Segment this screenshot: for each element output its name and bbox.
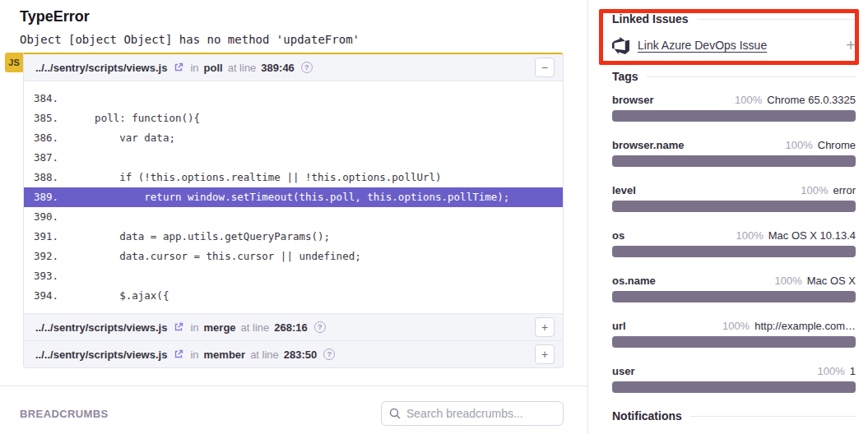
tag-key: level: [612, 184, 636, 196]
tags-title: Tags: [612, 70, 638, 83]
stack-frame-header-member[interactable]: ../../sentry/scripts/views.js in member …: [24, 340, 563, 367]
tag-row-user: user 100%1: [612, 365, 856, 393]
help-icon[interactable]: ?: [314, 321, 326, 333]
code-line: 390.: [24, 207, 563, 227]
tag-distribution-bar[interactable]: [612, 110, 856, 122]
divider: [697, 19, 856, 20]
code-line: 391. data = app.utils.getQueryParams();: [24, 227, 563, 247]
stack-frame-header-poll[interactable]: ../../sentry/scripts/views.js in poll at…: [24, 54, 563, 81]
stack-frame-header-merge[interactable]: ../../sentry/scripts/views.js in merge a…: [24, 313, 563, 340]
tag-distribution-bar[interactable]: [612, 381, 856, 393]
tags-section: Tags: [612, 70, 856, 83]
external-link-icon[interactable]: [174, 349, 183, 359]
code-line: 388. if (!this.options.realtime || !this…: [24, 168, 563, 187]
tag-value: Chrome 65.0.3325: [767, 94, 856, 106]
tag-percent: 100%: [775, 275, 802, 287]
frame-at-label: at line: [250, 349, 279, 361]
code-line-highlighted: 389. return window.setTimeout(this.poll,…: [24, 187, 563, 207]
tag-distribution-bar[interactable]: [612, 246, 856, 257]
tag-key: os.name: [612, 275, 656, 287]
search-breadcrumbs-input[interactable]: [381, 401, 564, 426]
divider: [690, 416, 856, 417]
tag-value: Mac OS X 10.13.4: [768, 229, 856, 242]
external-link-icon[interactable]: [174, 322, 183, 332]
external-link-icon[interactable]: [174, 62, 183, 72]
tag-percent: 100%: [735, 94, 762, 106]
tag-distribution-bar[interactable]: [612, 336, 856, 348]
tag-value: Mac OS X: [807, 275, 856, 287]
code-line: 385. poll: function(){: [24, 108, 563, 128]
section-divider: [0, 386, 587, 386]
frame-function-name: poll: [204, 62, 223, 74]
frame-line-number: 389:46: [261, 62, 294, 74]
tag-row-os: os 100%Mac OS X 10.13.4: [612, 229, 856, 257]
tag-row-browser-name: browser.name 100%Chrome: [612, 139, 856, 167]
expand-frame-button[interactable]: +: [535, 317, 555, 337]
code-line: 393.: [24, 266, 563, 286]
tag-value: http://example.com…: [754, 320, 856, 332]
tag-row-level: level 100%error: [612, 184, 856, 212]
collapse-frame-button[interactable]: −: [535, 58, 555, 77]
code-line: 394. $.ajax({: [24, 286, 563, 306]
search-icon: [388, 407, 402, 423]
help-icon[interactable]: ?: [301, 62, 313, 73]
expand-frame-button[interactable]: +: [535, 344, 555, 364]
tag-key: user: [612, 365, 634, 377]
code-line: 384.: [24, 89, 563, 108]
tag-key: browser.name: [612, 139, 684, 151]
divider: [647, 76, 856, 77]
help-icon[interactable]: ?: [323, 349, 335, 360]
tag-key: browser: [612, 94, 654, 106]
platform-js-badge: JS: [5, 53, 23, 72]
frame-at-label: at line: [241, 321, 270, 334]
error-message: Object [object Object] has no method 'up…: [20, 33, 587, 46]
frame-file-path[interactable]: ../../sentry/scripts/views.js: [35, 62, 167, 74]
azure-devops-icon: [612, 37, 629, 54]
frame-function-name: merge: [204, 321, 236, 334]
notifications-section: Notifications: [612, 409, 856, 422]
link-azure-devops-issue-link[interactable]: Link Azure DevOps Issue: [638, 39, 767, 52]
tag-key: os: [612, 229, 624, 242]
stacktrace: JS ../../sentry/scripts/views.js in poll…: [23, 53, 564, 368]
breadcrumbs-section-header: BREADCRUMBS: [20, 401, 564, 426]
tag-row-url: url 100%http://example.com…: [612, 320, 856, 348]
tag-percent: 100%: [818, 365, 845, 377]
tag-row-os-name: os.name 100%Mac OS X: [612, 275, 856, 302]
main-column: TypeError Object [object Object] has no …: [0, 0, 587, 434]
breadcrumbs-title: BREADCRUMBS: [20, 408, 109, 420]
tag-distribution-bar[interactable]: [612, 201, 856, 212]
code-line: 386. var data;: [24, 128, 563, 148]
tag-row-browser: browser 100%Chrome 65.0.3325: [612, 94, 856, 122]
tag-value: Chrome: [818, 139, 856, 151]
frame-function-name: member: [204, 349, 246, 361]
frame-in-label: in: [190, 349, 198, 361]
tag-percent: 100%: [786, 139, 813, 151]
frame-in-label: in: [190, 62, 198, 74]
tag-percent: 100%: [736, 229, 764, 242]
frame-line-number: 283:50: [284, 349, 317, 361]
notifications-title: Notifications: [612, 409, 682, 422]
tag-percent: 100%: [722, 320, 750, 332]
frame-file-path[interactable]: ../../sentry/scripts/views.js: [35, 321, 167, 334]
code-line: 387.: [24, 148, 563, 168]
tag-distribution-bar[interactable]: [612, 155, 856, 167]
source-code-block: 384. 385. poll: function(){ 386. var dat…: [24, 81, 563, 313]
frame-file-path[interactable]: ../../sentry/scripts/views.js: [35, 349, 167, 361]
link-azure-devops-row: Link Azure DevOps Issue +: [612, 35, 856, 55]
tag-distribution-bar[interactable]: [612, 291, 856, 302]
add-linked-issue-button[interactable]: +: [846, 37, 856, 53]
code-line: 392. data.cursor = this.cursor || undefi…: [24, 247, 563, 266]
frame-in-label: in: [190, 321, 198, 334]
sidebar: Linked Issues Link Azure DevOps Issue + …: [587, 0, 868, 434]
linked-issues-title: Linked Issues: [612, 12, 689, 25]
tag-percent: 100%: [801, 184, 828, 196]
frame-line-number: 268:16: [274, 321, 307, 334]
page-title: TypeError: [20, 8, 587, 25]
frame-at-label: at line: [228, 62, 257, 74]
linked-issues-section: Linked Issues: [612, 0, 856, 25]
tag-value: 1: [850, 365, 856, 377]
tag-key: url: [612, 320, 626, 332]
tag-value: error: [833, 184, 856, 196]
